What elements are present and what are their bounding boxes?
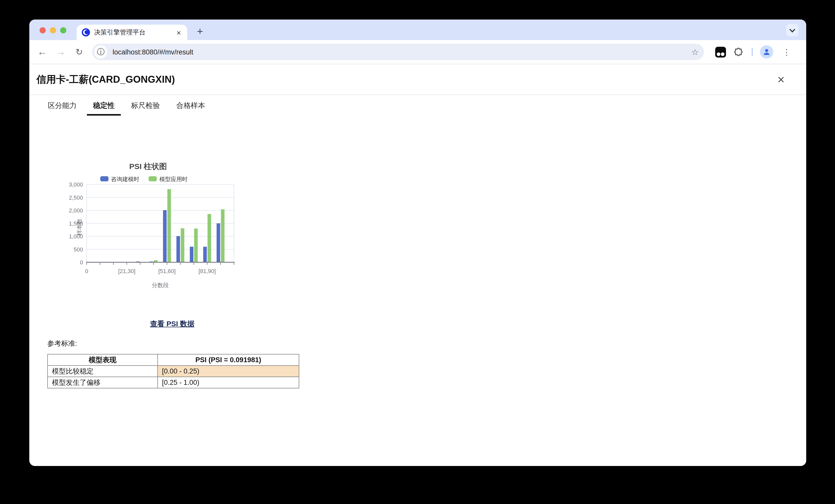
svg-text:PSI 柱状图: PSI 柱状图 (129, 162, 167, 171)
table-cell: 模型发生了偏移 (47, 377, 158, 388)
table-cell: [0.00 - 0.25) (158, 365, 299, 377)
minimize-window-button[interactable] (50, 27, 56, 34)
table-header-cell: PSI (PSI = 0.091981) (158, 354, 299, 365)
result-tab-3[interactable]: 合格样本 (170, 99, 211, 115)
svg-text:0: 0 (80, 259, 83, 266)
back-button[interactable]: ← (35, 44, 50, 60)
result-tab-2[interactable]: 标尺检验 (125, 99, 166, 115)
tab-search-button[interactable] (786, 24, 798, 37)
table-row: 模型比较稳定[0.00 - 0.25) (47, 365, 299, 377)
browser-tab[interactable]: 决策引擎管理平台 × (77, 25, 187, 40)
svg-text:[21,30]: [21,30] (118, 268, 136, 274)
svg-text:2,000: 2,000 (69, 207, 83, 214)
svg-text:[51,60]: [51,60] (158, 268, 176, 274)
browser-tab-strip: 决策引擎管理平台 × + (29, 20, 806, 40)
svg-text:样本数: 样本数 (76, 218, 83, 235)
close-window-button[interactable] (40, 27, 46, 34)
toolbar-right: ⋮ (715, 45, 793, 59)
address-bar[interactable]: ⓘ localhost:8080/#/mv/result ☆ (92, 44, 704, 60)
site-info-icon[interactable]: ⓘ (94, 45, 107, 59)
url-text[interactable]: localhost:8080/#/mv/result (113, 48, 691, 56)
reference-table: 模型表现PSI (PSI = 0.091981)模型比较稳定[0.00 - 0.… (47, 354, 299, 388)
screen: 决策引擎管理平台 × + ← → ↻ ⓘ localhost:8080/#/mv… (0, 0, 835, 504)
svg-text:分数段: 分数段 (152, 282, 169, 289)
browser-toolbar: ← → ↻ ⓘ localhost:8080/#/mv/result ☆ (29, 40, 806, 64)
extensions-puzzle-icon[interactable] (733, 46, 745, 58)
psi-link-row: 查看 PSI 数据 (64, 319, 280, 329)
person-icon (762, 48, 771, 56)
svg-text:500: 500 (74, 246, 83, 253)
tab-close-icon[interactable]: × (175, 28, 182, 36)
svg-text:模型应用时: 模型应用时 (159, 176, 188, 182)
table-cell: 模型比较稳定 (47, 365, 158, 377)
page-title: 信用卡-工薪(CARD_GONGXIN) (37, 73, 175, 86)
browser-window: 决策引擎管理平台 × + ← → ↻ ⓘ localhost:8080/#/mv… (29, 20, 806, 466)
page-content: 信用卡-工薪(CARD_GONGXIN) × 区分能力稳定性标尺检验合格样本 0… (29, 64, 806, 466)
reload-button[interactable]: ↻ (72, 44, 87, 60)
psi-bar-chart: 0[21,30][51,60][81,90]05001,0001,5002,00… (53, 154, 268, 293)
page-header: 信用卡-工薪(CARD_GONGXIN) × (29, 64, 806, 94)
window-controls (40, 27, 66, 34)
svg-text:3,000: 3,000 (69, 181, 83, 188)
profile-avatar[interactable] (760, 45, 773, 59)
table-header-row: 模型表现PSI (PSI = 0.091981) (47, 354, 299, 365)
result-tab-0[interactable]: 区分能力 (42, 99, 83, 115)
svg-text:2,500: 2,500 (69, 194, 83, 201)
dialog-close-icon[interactable]: × (777, 73, 785, 86)
svg-text:咨询建模时: 咨询建模时 (111, 176, 139, 182)
table-header-cell: 模型表现 (47, 354, 158, 365)
result-tab-1[interactable]: 稳定性 (87, 99, 121, 115)
bookmark-star-icon[interactable]: ☆ (691, 47, 699, 57)
view-psi-data-link[interactable]: 查看 PSI 数据 (150, 319, 195, 328)
browser-menu-icon[interactable]: ⋮ (780, 47, 793, 57)
tab-title: 决策引擎管理平台 (94, 28, 171, 37)
reference-standard-label: 参考标准: (47, 339, 806, 348)
toolbar-divider (752, 48, 753, 56)
svg-text:0: 0 (85, 268, 88, 274)
forward-button[interactable]: → (53, 44, 68, 60)
table-row: 模型发生了偏移[0.25 - 1.00) (47, 377, 299, 388)
table-cell: [0.25 - 1.00) (158, 377, 299, 388)
zoom-window-button[interactable] (60, 27, 66, 34)
chevron-down-icon (790, 27, 795, 33)
extension-shortcut-icon[interactable] (715, 46, 726, 57)
result-tabs: 区分能力稳定性标尺检验合格样本 (29, 95, 806, 118)
site-favicon-icon (82, 28, 90, 37)
new-tab-button[interactable]: + (193, 24, 207, 39)
svg-text:[81,90]: [81,90] (199, 268, 216, 274)
